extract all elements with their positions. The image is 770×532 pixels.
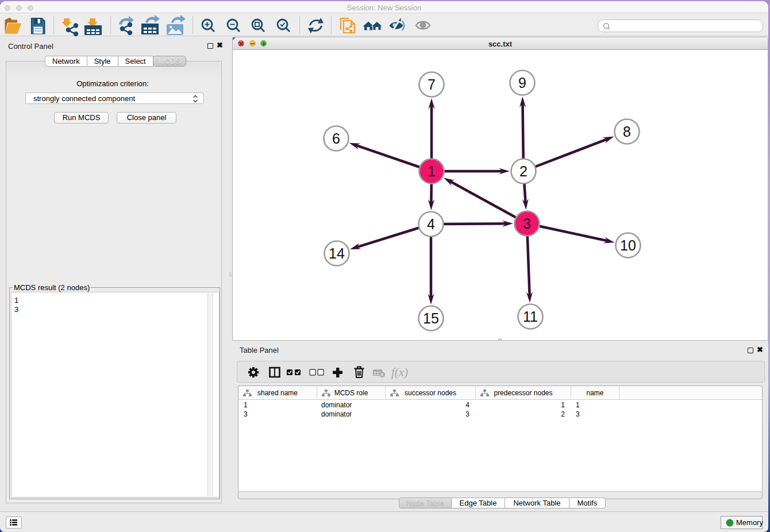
svg-text:9: 9 <box>518 75 526 91</box>
svg-text:8: 8 <box>623 124 631 140</box>
svg-text:11: 11 <box>523 309 538 325</box>
svg-text:3: 3 <box>523 215 531 232</box>
svg-text:15: 15 <box>423 310 439 326</box>
svg-text:4: 4 <box>427 216 435 232</box>
svg-text:f(x): f(x) <box>391 365 408 379</box>
svg-text:2: 2 <box>519 163 528 179</box>
svg-text:6: 6 <box>332 130 340 147</box>
svg-text:10: 10 <box>620 237 636 253</box>
svg-text:7: 7 <box>428 76 436 92</box>
svg-text:14: 14 <box>329 245 345 261</box>
svg-text:1: 1 <box>428 163 436 179</box>
